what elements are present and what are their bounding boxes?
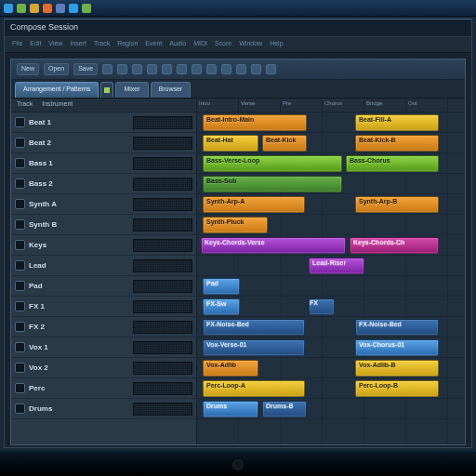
toolbar-icon[interactable] (192, 64, 202, 74)
menu-window[interactable]: Window (239, 40, 262, 49)
toolbar-icon[interactable] (266, 64, 276, 74)
clip[interactable]: Lead-Riser (309, 258, 364, 274)
clip[interactable]: Bass-Chorus (346, 155, 439, 172)
clip[interactable]: Beat-Kick (262, 135, 307, 152)
track-toggle-icon[interactable] (15, 342, 25, 352)
clip[interactable]: Keys-Chords-Ch (350, 237, 439, 254)
menu-help[interactable]: Help (270, 40, 283, 49)
timeline-marker[interactable]: Verse (239, 99, 281, 112)
clip[interactable]: FX-Noise-Bed (355, 319, 439, 336)
track-row[interactable]: Synth B (11, 215, 196, 235)
track-toggle-icon[interactable] (15, 240, 25, 250)
track-row[interactable]: Drums (11, 399, 196, 419)
clip[interactable]: Keys-Chords-Verse (201, 237, 346, 254)
tab-mixer[interactable]: Mixer (115, 82, 148, 98)
menu-score[interactable]: Score (215, 40, 231, 49)
timeline-marker[interactable]: Pre (281, 99, 323, 112)
tab-browser[interactable]: Browser (151, 82, 192, 98)
toolbar-icon[interactable] (162, 64, 172, 74)
menu-event[interactable]: Event (145, 40, 162, 49)
track-row[interactable]: FX 1 (11, 297, 196, 317)
clip[interactable]: Beat-Fill-A (355, 114, 439, 131)
taskbar-icon[interactable] (56, 4, 65, 13)
track-toggle-icon[interactable] (15, 117, 25, 127)
track-row[interactable]: Beat 1 (11, 112, 196, 133)
track-toggle-icon[interactable] (15, 363, 25, 373)
track-toggle-icon[interactable] (15, 281, 25, 291)
clip[interactable]: Vox-Adlib (203, 360, 258, 377)
track-toggle-icon[interactable] (15, 301, 25, 311)
timeline-marker[interactable]: Intro (197, 99, 239, 112)
timeline-marker[interactable]: Chorus (323, 99, 364, 112)
track-row[interactable]: Pad (11, 276, 196, 297)
taskbar-icon[interactable] (30, 4, 39, 13)
toolbar-icon[interactable] (102, 64, 112, 74)
track-toggle-icon[interactable] (15, 322, 25, 332)
menu-edit[interactable]: Edit (30, 40, 41, 49)
track-row[interactable]: FX 2 (11, 317, 196, 337)
clip[interactable]: Synth-Arp-A (203, 196, 305, 213)
track-toggle-icon[interactable] (15, 199, 25, 209)
clip[interactable]: FX (309, 298, 335, 315)
menu-midi[interactable]: MIDI (193, 40, 207, 49)
clip[interactable]: Drums-B (262, 401, 307, 417)
track-toggle-icon[interactable] (15, 260, 25, 271)
track-toggle-icon[interactable] (15, 138, 25, 148)
clip[interactable]: Bass-Verse-Loop (203, 155, 342, 172)
clip[interactable]: Beat-Kick-B (355, 135, 439, 152)
clip[interactable]: Perc-Loop-A (203, 380, 305, 397)
toolbar-icon[interactable] (236, 64, 246, 74)
taskbar-icon[interactable] (69, 4, 78, 13)
track-row[interactable]: Perc (11, 378, 196, 399)
clip[interactable]: Bass-Sub (203, 176, 342, 192)
timeline-ruler[interactable]: IntroVersePreChorusBridgeOut (197, 99, 465, 112)
menu-audio[interactable]: Audio (169, 40, 186, 49)
track-toggle-icon[interactable] (15, 403, 25, 414)
taskbar-icon[interactable] (82, 4, 91, 13)
clip[interactable]: Beat-Intro-Main (203, 114, 307, 131)
track-row[interactable]: Beat 2 (11, 133, 196, 153)
tab-square-icon[interactable] (100, 82, 113, 98)
toolbar-icon[interactable] (117, 64, 127, 74)
track-toggle-icon[interactable] (15, 158, 25, 168)
menu-view[interactable]: View (48, 40, 62, 49)
track-row[interactable]: Bass 1 (11, 153, 196, 174)
taskbar-icon[interactable] (43, 4, 52, 13)
menu-region[interactable]: Region (117, 40, 138, 49)
clip[interactable]: Synth-Arp-B (355, 196, 439, 213)
track-row[interactable]: Bass 2 (11, 174, 196, 194)
track-toggle-icon[interactable] (15, 219, 25, 230)
clip[interactable]: Beat-Hat (203, 135, 258, 152)
clip[interactable]: Vox-Adlib-B (355, 360, 439, 377)
timeline-marker[interactable]: Bridge (364, 99, 406, 112)
clip[interactable]: Pad (203, 278, 240, 295)
taskbar-icon[interactable] (17, 4, 26, 13)
toolbar-open-button[interactable]: Open (44, 63, 69, 75)
timeline[interactable]: IntroVersePreChorusBridgeOut Beat-Intro-… (197, 99, 465, 444)
clip[interactable]: Perc-Loop-B (355, 380, 439, 397)
tab-arrangement[interactable]: Arrangement / Patterns (15, 82, 99, 98)
clip[interactable]: FX-Noise-Bed (203, 319, 305, 336)
toolbar-new-button[interactable]: New (17, 63, 39, 75)
menu-file[interactable]: File (12, 40, 22, 49)
track-toggle-icon[interactable] (15, 178, 25, 189)
track-row[interactable]: Vox 1 (11, 337, 196, 358)
clip[interactable]: FX-Sw (203, 298, 240, 315)
toolbar-save-button[interactable]: Save (73, 63, 98, 75)
track-row[interactable]: Vox 2 (11, 358, 196, 378)
toolbar-icon[interactable] (206, 64, 217, 74)
clip[interactable]: Vox-Chorus-01 (355, 339, 439, 356)
toolbar-icon[interactable] (177, 64, 187, 74)
toolbar-icon[interactable] (251, 64, 261, 74)
clip[interactable]: Synth-Pluck (203, 217, 268, 233)
taskbar-icon[interactable] (4, 4, 13, 13)
toolbar-icon[interactable] (132, 64, 142, 74)
track-toggle-icon[interactable] (15, 383, 25, 393)
track-row[interactable]: Keys (11, 235, 196, 256)
menu-track[interactable]: Track (94, 40, 110, 49)
track-row[interactable]: Lead (11, 256, 196, 276)
clip[interactable]: Drums (203, 401, 258, 417)
window-titlebar[interactable]: Compose Session (5, 20, 471, 36)
track-row[interactable]: Synth A (11, 194, 196, 215)
toolbar-icon[interactable] (221, 64, 231, 74)
